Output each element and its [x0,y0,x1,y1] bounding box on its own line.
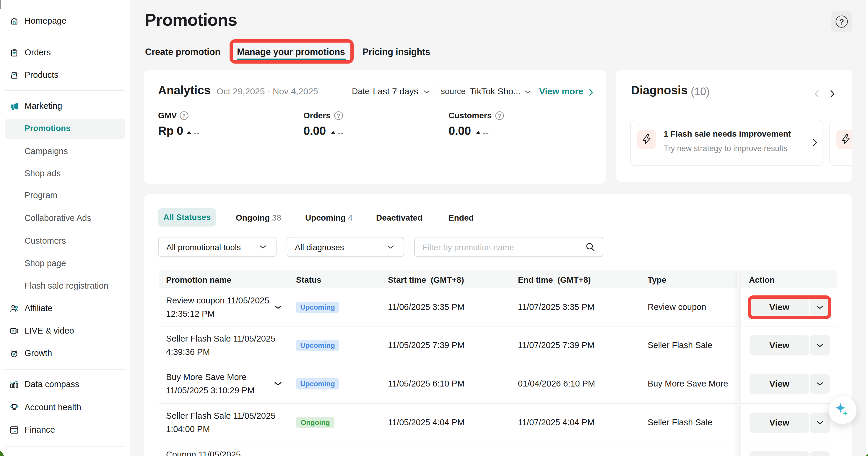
svg-text:?: ? [839,18,844,26]
svg-text:?: ? [498,113,501,119]
svg-text:?: ? [337,113,340,119]
svg-text:?: ? [182,113,186,119]
